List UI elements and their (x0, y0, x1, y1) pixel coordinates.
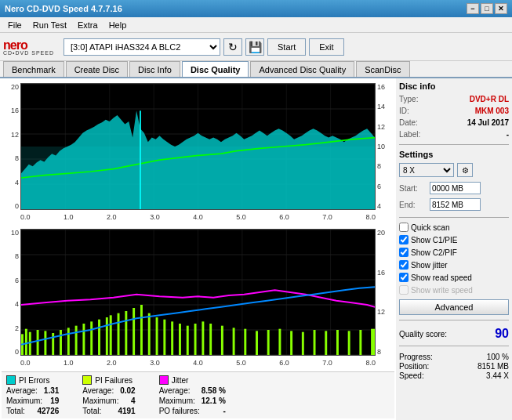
tab-disc-info[interactable]: Disc Info (129, 61, 180, 77)
pi-errors-stats: PI Errors Average: 1.31 Maximum: 19 Tota… (6, 375, 59, 415)
close-button[interactable]: ✕ (495, 3, 507, 14)
start-button[interactable]: Start (267, 38, 306, 56)
jitter-avg-val: 8.58 % (202, 386, 226, 395)
end-label: End: (399, 201, 427, 209)
svg-rect-63 (290, 331, 292, 355)
progress-section: Progress: 100 % Position: 8151 MB Speed:… (399, 353, 509, 381)
title-bar: Nero CD-DVD Speed 4.7.7.16 − □ ✕ (0, 0, 512, 17)
tab-disc-quality[interactable]: Disc Quality (182, 61, 249, 77)
show-c1-pie-checkbox[interactable] (399, 235, 409, 244)
save-icon-button[interactable]: 💾 (245, 38, 264, 56)
speed-select[interactable]: 8 X (399, 163, 454, 177)
menu-help[interactable]: Help (104, 19, 132, 31)
disc-type-key: Type: (399, 95, 418, 103)
quick-scan-label: Quick scan (411, 223, 449, 232)
end-input[interactable] (430, 198, 481, 211)
speed-stat-value: 3.44 X (486, 371, 509, 380)
position-value: 8151 MB (478, 362, 509, 371)
nero-logo-sub: CD•DVD SPEED (3, 50, 54, 56)
svg-rect-55 (202, 321, 204, 355)
position-row: Position: 8151 MB (399, 362, 509, 371)
svg-rect-66 (325, 331, 327, 355)
show-write-speed-checkbox (399, 285, 409, 295)
tab-create-disc[interactable]: Create Disc (66, 61, 128, 77)
tab-bar: Benchmark Create Disc Disc Info Disc Qua… (0, 61, 512, 78)
checkbox-quick-scan: Quick scan (399, 223, 509, 232)
minimize-button[interactable]: − (467, 3, 479, 14)
advanced-button[interactable]: Advanced (399, 299, 509, 315)
divider3 (399, 320, 509, 320)
jitter-stats: Jitter Average: 8.58 % Maximum: 12.1 % P… (159, 375, 226, 415)
tab-scandisc[interactable]: ScanDisc (356, 61, 409, 77)
pi-errors-avg-key: Average: (6, 386, 38, 395)
svg-rect-69 (359, 330, 361, 355)
app-title: Nero CD-DVD Speed 4.7.7.16 (5, 4, 122, 13)
jitter-label: Jitter (172, 376, 189, 385)
svg-rect-31 (25, 329, 27, 355)
exit-button[interactable]: Exit (309, 38, 343, 56)
pi-failures-avg-key: Average: (82, 386, 114, 395)
disc-id-key: ID: (399, 107, 409, 115)
chart1-y-left: 20 16 12 8 4 0 (3, 83, 19, 210)
pi-errors-total-val: 42726 (38, 407, 60, 415)
maximize-button[interactable]: □ (481, 3, 493, 14)
nero-logo: nero CD•DVD SPEED (3, 38, 54, 56)
svg-rect-37 (67, 328, 70, 355)
disc-label-val: - (507, 130, 509, 139)
jitter-avg-key: Average: (159, 386, 191, 395)
svg-rect-56 (209, 324, 212, 355)
disc-info-title: Disc info (399, 81, 509, 91)
start-input[interactable] (430, 182, 481, 194)
pi-failures-total-val: 4191 (118, 407, 135, 415)
quality-score-label: Quality score: (399, 330, 447, 339)
refresh-icon-button[interactable]: ↻ (223, 38, 242, 56)
pi-errors-total-key: Total: (6, 407, 25, 415)
svg-rect-53 (187, 326, 189, 355)
disc-type-val: DVD+R DL (470, 95, 509, 103)
progress-row: Progress: 100 % (399, 353, 509, 361)
jitter-po-key: PO failures: (159, 407, 200, 415)
tab-benchmark[interactable]: Benchmark (3, 61, 64, 77)
quick-scan-checkbox[interactable] (399, 223, 409, 232)
svg-rect-65 (314, 330, 316, 355)
svg-rect-42 (106, 317, 108, 355)
svg-rect-39 (82, 324, 85, 355)
svg-rect-48 (148, 313, 151, 355)
menu-file[interactable]: File (3, 19, 27, 31)
drive-select[interactable]: [3:0] ATAPI iHAS324 A BLC2 (64, 38, 220, 56)
svg-rect-45 (125, 311, 127, 355)
disc-label-row: Label: - (399, 130, 509, 139)
svg-rect-43 (110, 315, 112, 355)
disc-id-val: MKM 003 (475, 107, 509, 115)
position-label: Position: (399, 362, 429, 371)
pi-failures-total-key: Total: (82, 407, 101, 415)
jitter-max-val: 12.1 % (202, 396, 226, 405)
svg-rect-54 (194, 324, 197, 355)
svg-rect-57 (221, 326, 223, 355)
pi-failures-max-key: Maximum: (82, 396, 118, 405)
svg-rect-34 (44, 331, 46, 355)
svg-rect-64 (302, 332, 304, 355)
checkbox-write-speed: Show write speed (399, 285, 509, 295)
menu-run-test[interactable]: Run Test (28, 19, 71, 31)
show-read-speed-checkbox[interactable] (399, 273, 409, 282)
menu-extra[interactable]: Extra (73, 19, 103, 31)
tab-advanced-disc-quality[interactable]: Advanced Disc Quality (250, 61, 354, 77)
stats-area: PI Errors Average: 1.31 Maximum: 19 Tota… (2, 371, 394, 418)
svg-rect-40 (90, 321, 93, 355)
chart2-block: 10 8 6 4 2 0 20 16 12 8 (20, 229, 376, 356)
charts-column: 20 16 12 8 4 0 16 14 12 10 8 6 4 (0, 78, 396, 420)
svg-rect-36 (60, 330, 62, 355)
svg-rect-60 (256, 331, 258, 355)
svg-rect-51 (171, 321, 173, 355)
svg-rect-38 (75, 326, 78, 355)
disc-date-key: Date: (399, 118, 418, 127)
svg-rect-58 (233, 328, 235, 355)
divider1 (399, 144, 509, 145)
show-c2-pif-checkbox[interactable] (399, 248, 409, 257)
jitter-color (159, 375, 169, 385)
show-jitter-checkbox[interactable] (399, 260, 409, 270)
chart2-y-right: 20 16 12 8 (377, 229, 393, 356)
settings-icon-button[interactable]: ⚙ (457, 163, 473, 177)
menu-bar: File Run Test Extra Help (0, 17, 512, 33)
